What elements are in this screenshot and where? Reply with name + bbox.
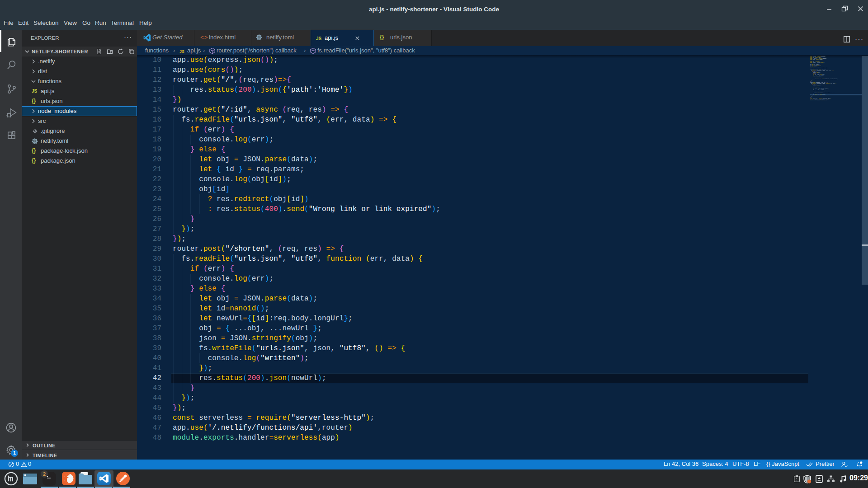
svg-text:JS: JS	[179, 49, 184, 54]
